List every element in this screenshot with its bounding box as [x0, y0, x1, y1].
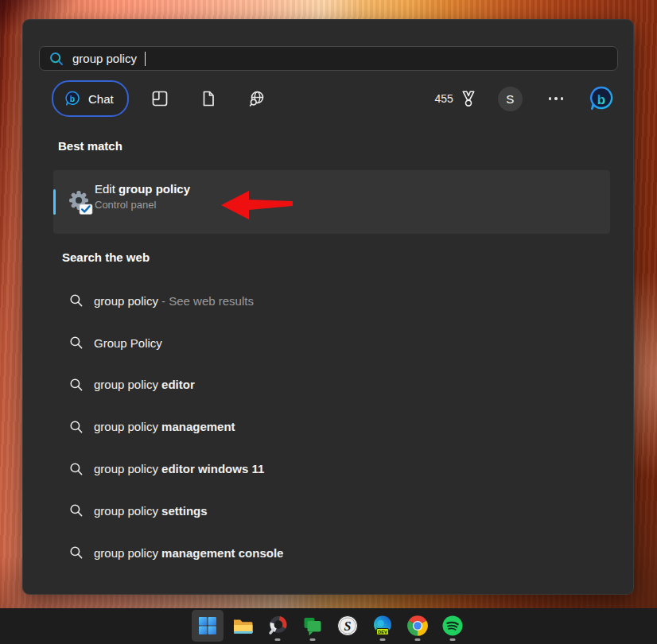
search-web-heading: Search the web [62, 250, 150, 264]
bing-chat-icon: b [64, 90, 81, 107]
group-policy-gear-icon [67, 189, 94, 216]
best-match-result[interactable]: Edit group policy Control panel [53, 170, 610, 234]
desktop: group policy b Chat [0, 0, 657, 644]
suggestion-text: group policy editor [94, 378, 195, 391]
edge-dev-button[interactable]: DEV [367, 610, 398, 642]
toolbar-right-group: 455 S b [434, 84, 617, 113]
web-suggestion[interactable]: group policy management [53, 405, 610, 448]
web-suggestion[interactable]: Group Policy [53, 322, 610, 364]
user-avatar[interactable]: S [498, 87, 523, 111]
start-button[interactable] [192, 610, 224, 642]
file-explorer-button[interactable] [227, 610, 259, 642]
tab-chat[interactable]: b Chat [52, 80, 129, 117]
file-explorer-icon [231, 615, 254, 637]
filter-documents-button[interactable] [191, 81, 226, 116]
web-suggestion[interactable]: group policy - See web results [53, 280, 610, 322]
search-suggestion-icon [69, 503, 84, 518]
s-app-button[interactable]: S [332, 610, 363, 642]
bing-chat-button[interactable]: b [587, 84, 616, 113]
suggestion-text: Group Policy [94, 336, 162, 350]
document-icon [199, 89, 218, 108]
svg-text:b: b [70, 95, 75, 103]
search-suggestion-icon [69, 545, 84, 560]
rewards-medal-icon [459, 89, 478, 108]
best-match-heading: Best match [58, 139, 122, 153]
edge-dev-icon: DEV [371, 615, 394, 637]
windows-logo-icon [198, 616, 217, 635]
avatar-initial: S [506, 92, 514, 106]
web-suggestion[interactable]: group policy management console [53, 532, 610, 574]
result-subtitle: Control panel [95, 199, 190, 211]
s-app-letter: S [344, 619, 352, 633]
search-query: group policy [72, 52, 137, 65]
result-text-block: Edit group policy Control panel [95, 182, 190, 211]
search-input[interactable]: group policy [39, 46, 618, 71]
search-toolbar: b Chat [39, 80, 617, 117]
search-suggestion-icon [69, 293, 84, 308]
dot [549, 97, 551, 99]
chat-tab-label: Chat [88, 92, 114, 106]
apps-icon [150, 89, 169, 108]
more-options-button[interactable] [544, 92, 568, 104]
rewards-points: 455 [434, 92, 453, 105]
edge-dev-badge: DEV [378, 630, 387, 634]
search-suggestion-icon [69, 462, 84, 476]
google-chat-button[interactable] [297, 610, 328, 642]
s-app-icon: S [336, 615, 359, 637]
search-icon [49, 51, 64, 67]
chrome-icon [406, 615, 429, 637]
spotify-button[interactable] [437, 610, 468, 642]
taskbar-items: S DEV [192, 610, 468, 642]
google-chat-icon [301, 615, 324, 637]
web-suggestions-list: group policy - See web results Group Pol… [53, 280, 610, 574]
globe-search-icon [247, 89, 266, 108]
selection-indicator [53, 189, 56, 215]
bing-logo-icon: b [587, 84, 616, 113]
result-title: Edit group policy [95, 182, 190, 196]
web-suggestion[interactable]: group policy settings [53, 490, 610, 532]
bing-letter: b [597, 92, 605, 107]
search-flyout: group policy b Chat [22, 19, 634, 595]
search-suggestion-icon [69, 420, 84, 434]
taskbar: S DEV [0, 608, 657, 644]
filter-web-button[interactable] [239, 81, 274, 116]
rewards-button[interactable] [459, 89, 478, 108]
text-caret [145, 52, 146, 66]
suggestion-text: group policy editor windows 11 [94, 462, 264, 475]
dot [554, 97, 557, 99]
dot [561, 97, 563, 99]
disk-analyzer-icon [266, 615, 289, 637]
suggestion-text: group policy management [94, 420, 235, 433]
spotify-icon [441, 615, 464, 637]
chrome-button[interactable] [402, 610, 433, 642]
search-suggestion-icon [69, 378, 84, 392]
suggestion-text: group policy management console [94, 546, 283, 560]
suggestion-text: group policy settings [94, 504, 208, 518]
disk-analyzer-button[interactable] [262, 610, 294, 642]
web-suggestion[interactable]: group policy editor windows 11 [53, 448, 610, 490]
web-suggestion[interactable]: group policy editor [53, 364, 610, 406]
filter-apps-button[interactable] [142, 81, 177, 116]
suggestion-text: group policy - See web results [94, 294, 254, 308]
search-suggestion-icon [69, 336, 84, 350]
